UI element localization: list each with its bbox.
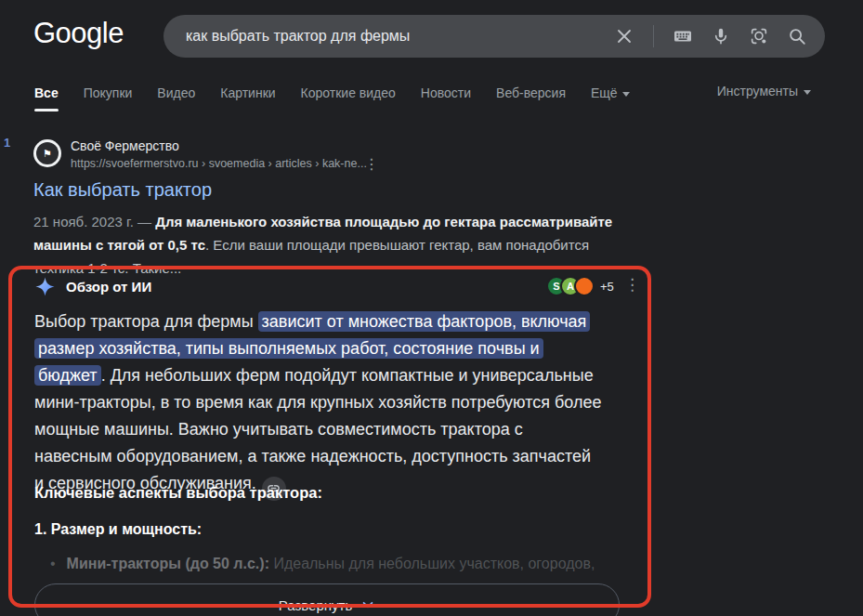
result-date: 21 нояб. 2023 г. — [33,214,155,229]
site-favicon[interactable]: ⚑ [33,139,61,167]
chevron-down-icon [360,597,375,612]
tab-shopping-label: Покупки [84,85,133,100]
search-tabs: Все Покупки Видео Картинки Короткие виде… [34,84,630,102]
ai-section-heading: Ключевые аспекты выбора трактора: [34,484,322,502]
keyboard-icon [672,25,694,47]
search-bar[interactable]: как выбрать трактор для фермы [163,15,825,58]
result-snippet: 21 нояб. 2023 г. — Для маленького хозяйс… [33,210,635,280]
annotation-marker-1: 1 [4,136,10,150]
search-icon [787,26,807,46]
tab-short-videos[interactable]: Короткие видео [301,85,396,100]
keyboard-button[interactable] [671,24,695,48]
ai-bullet-item: •Мини-тракторы (до 50 л.с.): Идеальны дл… [50,552,608,576]
bullet-bold-text: Мини-тракторы (до 50 л.с.): [67,556,269,571]
source-favicon-3 [574,276,595,296]
bullet-rest-text: Идеальны для небольших участков, огородо… [269,556,595,571]
result-breadcrumb-url[interactable]: https://svoefermerstvo.ru › svoemedia › … [71,157,367,170]
tab-shopping[interactable]: Покупки [84,85,133,100]
search-submit-button[interactable] [785,24,809,48]
ai-sources-button[interactable]: S A +5 [546,276,614,296]
ai-text-rest: . Для небольших ферм подойдут компактные… [34,366,601,492]
flag-icon: ⚑ [36,142,59,164]
search-bar-icons [612,24,809,48]
tools-label: Инструменты [717,84,798,98]
chevron-down-icon [804,90,811,95]
tab-web-label: Веб-версия [496,85,566,100]
tab-all-label: Все [34,85,59,100]
bullet-dot: • [50,556,56,571]
chevron-down-icon [622,92,630,97]
tools-menu[interactable]: Инструменты [717,84,811,98]
tab-images-label: Картинки [220,85,275,100]
expand-ai-overview-button[interactable]: Развернуть [34,583,620,616]
tab-videos[interactable]: Видео [157,85,195,100]
tab-short-videos-label: Короткие видео [301,85,396,100]
sources-more-count: +5 [600,280,614,294]
ai-text-lead: Выбор трактора для фермы [34,312,258,331]
expand-label: Развернуть [279,597,353,613]
result-title-link[interactable]: Как выбрать трактор [33,179,212,201]
tab-all[interactable]: Все [34,85,59,100]
ai-subsection-heading: 1. Размер и мощность: [34,521,202,538]
google-logo[interactable]: Google [33,17,124,50]
tab-more-label: Ещё [591,85,618,100]
ai-overview-menu-button[interactable]: ⋮ [624,275,640,295]
ai-overview-title: Обзор от ИИ [66,279,151,295]
voice-search-button[interactable] [709,24,733,48]
ai-overview-paragraph: Выбор трактора для фермы зависит от множ… [34,308,605,501]
close-icon [615,27,634,46]
tab-more[interactable]: Ещё [591,85,630,100]
lens-search-button[interactable] [747,24,771,48]
search-input[interactable]: как выбрать трактор для фермы [186,28,612,45]
microphone-icon [711,26,731,46]
result-options-button[interactable]: ⋮ [364,155,379,173]
search-bar-divider [653,25,654,47]
tab-videos-label: Видео [157,85,195,100]
clear-search-button[interactable] [612,24,636,48]
tab-web[interactable]: Веб-версия [496,85,566,100]
ai-sparkle-icon [34,276,56,297]
ai-overview-header: Обзор от ИИ [34,276,151,297]
tab-images[interactable]: Картинки [220,85,275,100]
tab-news[interactable]: Новости [421,85,471,100]
google-search-results-page: Google как выбрать трактор для фермы Все… [0,0,863,616]
google-lens-icon [749,26,769,46]
tab-news-label: Новости [421,85,471,100]
result-site-name[interactable]: Своё Фермерство [71,138,179,153]
